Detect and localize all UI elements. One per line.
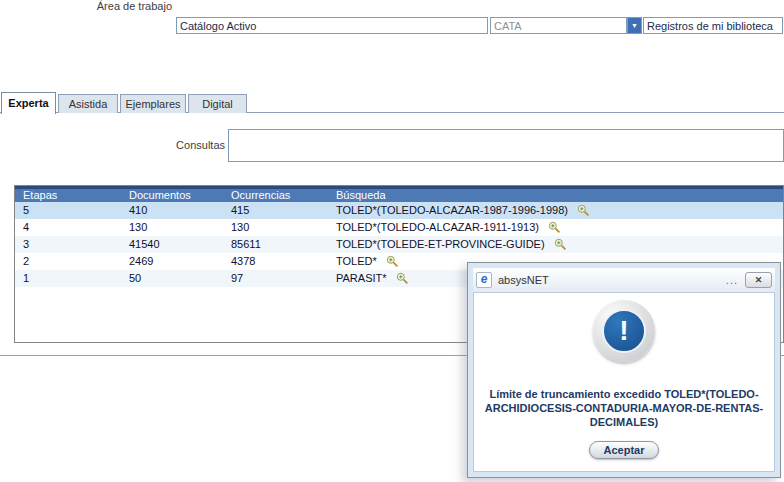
tab-experta[interactable]: Experta [1, 92, 56, 114]
cell-etapas: 4 [15, 219, 121, 236]
consultas-input[interactable] [228, 129, 784, 162]
search-magnifier-icon[interactable] [386, 255, 399, 268]
absysnet-catalog-screen: Área de trabajo ▼ Experta Asistida Ejemp… [0, 0, 784, 482]
column-header-ocurrencias: Ocurrencias [223, 189, 328, 202]
dialog-message: Límite de truncamiento excedido TOLED*(T… [474, 387, 774, 429]
dialog-body: ! Límite de truncamiento excedido TOLED*… [473, 292, 775, 472]
accept-button[interactable]: Aceptar [589, 441, 660, 459]
dialog-more-label[interactable]: ... [726, 274, 738, 286]
ie-page-icon: e [476, 272, 492, 288]
cell-documentos: 2469 [121, 253, 223, 270]
close-icon: ✕ [755, 275, 763, 285]
workspace-code-input[interactable] [490, 17, 627, 34]
cell-busqueda: TOLED*(TOLEDE-ET-PROVINCE-GUIDE) [336, 236, 545, 253]
cell-ocurrencias: 85611 [223, 236, 328, 253]
close-button[interactable]: ✕ [745, 272, 772, 288]
column-header-documentos: Documentos [121, 189, 223, 202]
table-row[interactable]: 3 41540 85611 TOLED*(TOLEDE-ET-PROVINCE-… [15, 236, 783, 253]
cell-ocurrencias: 4378 [223, 253, 328, 270]
tab-ejemplares[interactable]: Ejemplares [120, 94, 186, 113]
tab-digital[interactable]: Digital [188, 94, 247, 113]
library-input[interactable] [643, 17, 783, 34]
search-magnifier-icon[interactable] [396, 272, 409, 285]
tab-asistida[interactable]: Asistida [58, 94, 118, 113]
cell-busqueda: PARASIT* [336, 270, 387, 287]
table-header: Etapas Documentos Ocurrencias Búsqueda [15, 186, 783, 202]
table-row[interactable]: 5 410 415 TOLED*(TOLEDO-ALCAZAR-1987-199… [15, 202, 783, 219]
cell-busqueda: TOLED*(TOLEDO-ALCAZAR-1987-1996-1998) [336, 202, 568, 219]
search-magnifier-icon[interactable] [548, 221, 561, 234]
dialog-title: absysNET [498, 274, 726, 286]
warning-icon: ! [593, 300, 655, 362]
cell-busqueda: TOLED*(TOLEDO-ALCAZAR-1911-1913) [336, 219, 539, 236]
column-header-etapas: Etapas [15, 189, 121, 202]
exclamation-icon: ! [602, 309, 646, 353]
workspace-label: Área de trabajo [0, 0, 172, 12]
consultas-label: Consultas [0, 139, 225, 151]
chevron-down-icon: ▼ [631, 22, 638, 29]
cell-ocurrencias: 97 [223, 270, 328, 287]
workspace-code-dropdown-button[interactable]: ▼ [627, 17, 642, 34]
search-mode-tabbar: Experta Asistida Ejemplares Digital [0, 92, 784, 113]
cell-etapas: 2 [15, 253, 121, 270]
column-header-busqueda: Búsqueda [328, 189, 783, 202]
dialog-titlebar[interactable]: e absysNET ... ✕ [473, 268, 775, 292]
cell-busqueda: TOLED* [336, 253, 377, 270]
cell-documentos: 410 [121, 202, 223, 219]
cell-ocurrencias: 130 [223, 219, 328, 236]
cell-ocurrencias: 415 [223, 202, 328, 219]
cell-etapas: 5 [15, 202, 121, 219]
truncation-limit-dialog: e absysNET ... ✕ ! Límite de truncamient… [467, 262, 781, 478]
cell-documentos: 130 [121, 219, 223, 236]
cell-etapas: 1 [15, 270, 121, 287]
cell-documentos: 41540 [121, 236, 223, 253]
search-magnifier-icon[interactable] [577, 204, 590, 217]
workspace-input[interactable] [176, 17, 488, 34]
search-magnifier-icon[interactable] [554, 238, 567, 251]
cell-etapas: 3 [15, 236, 121, 253]
cell-documentos: 50 [121, 270, 223, 287]
table-row[interactable]: 4 130 130 TOLED*(TOLEDO-ALCAZAR-1911-191… [15, 219, 783, 236]
